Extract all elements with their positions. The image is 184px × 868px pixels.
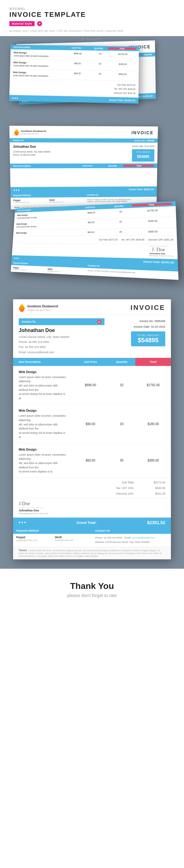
mock-invoice-2: Invstions Destavernt slogan will goes he… [9,126,158,210]
terms-bar: Terms Lorem dolor sit amet, consectetur … [13,547,171,559]
row2-name: Web Design [19,408,67,413]
grand-total-bar: Grand Total: $2351.52 [13,518,171,528]
company-sub: slogan will goes here [27,309,58,311]
row2-qty: 03 [108,407,136,441]
minimal-label: Minimal [9,7,175,10]
row2-total: $180.00 [135,407,171,441]
table-header: Item Description Unit Price Quantity Tot… [13,358,171,366]
signature-title: Managing director and ceo [19,512,48,515]
thank-you-section: Thank You please don't forget to rate [0,569,184,611]
bottom-bars: Payment Method Paypal paypal@email.com S… [13,528,171,547]
contact-email: youmail@email.com [132,536,155,539]
paypal-email: paypal@email.com [16,539,51,541]
detailed-invoice: Invstions Destavernt slogan will goes he… [13,299,171,559]
dot-icon [22,522,23,523]
row1-price: $896.00 [73,368,108,402]
total-badge: TOTAL AMOUNT $54895 [131,331,165,346]
row1-desc: Web Design Lorem ipsum dolor sit amet, c… [13,368,73,402]
invoice-to-bar: Invoice To × [19,318,104,325]
row3-name: Web Design [19,447,67,452]
th-unit-price: Unit Price [73,358,108,366]
invoice-no-row: Invoice No: #585456 [108,318,165,324]
row2-desc: Web Design Lorem ipsum dolor sit amet, c… [13,407,73,441]
payment-content: Paypal paypal@email.com Skrill skrill@em… [13,534,92,544]
badges-row: Material Style ✦ [9,21,175,26]
th-quantity: Quantity [108,358,136,366]
terms-text: Lorem dolor sit amet, consectetur adipis… [19,549,161,557]
preview-section-3: Item Description Unit Price Quantity Tot… [0,199,184,290]
mock-invoice-front: Item Description Unit Price Quantity Tot… [9,45,139,104]
row1-total: $1792.00 [135,368,171,402]
terms-label: Terms [19,549,27,552]
company-name: Invstions Destavernt [27,304,58,309]
page-title: INVOICE TEMPLATE [9,10,175,19]
logo-area: Invstions Destavernt slogan will goes he… [19,304,58,312]
preview-section-1: Invstions Destavernt slogan will goes he… [0,36,184,120]
thank-you-subtext: please don't forget to rate [9,593,175,598]
skrill-name: Skrill [55,536,89,539]
row3-price: $60.00 [73,446,108,475]
preview-section-2: Invstions Destavernt slogan will goes he… [0,120,184,199]
subtotal-values: $2272.00 $340.80 $261.28 [140,479,165,496]
th-total: Total [135,358,171,366]
table-row: Web Design Lorem ipsum dolor sit amet, c… [13,366,171,405]
invoice-date: 31-02-2015 [151,325,165,328]
invoice-header: Invstions Destavernt slogan will goes he… [13,299,171,315]
payment-header: Payment Method [13,528,92,534]
invoice-to-section: Invoice To × Johnathan Doe 12345 Avenue … [19,318,104,355]
paypal-item: Paypal paypal@email.com [16,536,51,541]
subtotal-row: Sub Total: Tax: VAT 15%: Discount 10%: $… [13,478,171,498]
invoice-date-label: Invoice Date: [134,325,150,328]
signature-area: J.Doe Johnathan Doe Managing director an… [19,501,48,515]
client-name: Johnathan Doe [19,328,104,333]
contact-header: Contact Us [92,528,171,534]
row1-name: Web Design [19,370,67,375]
table-row: Web Design Lorem ipsum dolor sit amet, c… [13,405,171,443]
total-amount: $54895 [135,337,161,344]
row2-price: $90.00 [73,407,108,441]
contact-col: Contact Us Phone: 44 555 414 6591 Email:… [92,528,171,547]
skrill-item: Skrill skrill@email.com [55,536,89,541]
invoice-info-row: Invoice To × Johnathan Doe 12345 Avenue … [13,315,171,358]
dot-icon [24,522,26,523]
row1-qty: 02 [108,368,136,402]
badge-material: Material Style [9,21,35,26]
dot-icon [19,522,20,523]
signature-name: Johnathan Doe [19,509,39,512]
grand-total-dots [19,522,26,523]
paypal-name: Paypal [16,536,51,539]
invoice-to-label: Invoice To [22,320,35,323]
grand-total-label: Grand Total: [76,521,97,525]
invoice-table: Item Description Unit Price Quantity Tot… [13,358,171,478]
row3-desc: Web Design Lorem ipsum dolor sit amet, c… [13,446,73,475]
flame-icon [19,304,25,312]
row3-total: $300.00 [135,446,171,475]
invoice-meta-section: Invoice No: #585456 Invoice Date: 31-02-… [108,318,165,355]
subtotal-labels: Sub Total: Tax: VAT 15%: Discount 10%: [116,479,140,496]
grand-total-amount: $2351.52 [147,520,165,525]
row3-qty: 05 [108,446,136,475]
top-header: Minimal INVOICE TEMPLATE Material Style … [0,0,184,36]
payment-col: Payment Method Paypal paypal@email.com S… [13,528,92,547]
tagline: a4 paper size | cmyk and rgb color | 300… [9,29,175,32]
invoice-date-row: Invoice Date: 31-02-2015 [108,324,165,330]
table-row: Web Design Lorem ipsum dolor sit amet, c… [13,443,171,478]
badge-circle-icon: ✦ [37,21,42,26]
contact-content: Phone: 44 555 414 6591 Email: youmail@em… [92,534,171,547]
invoice-title: INVOICE [131,304,165,312]
invoice-no-label: Invoice No: [139,319,153,323]
mock-invoice-3: Item Description Unit Price Quantity Tot… [10,201,178,280]
detailed-invoice-section: Invstions Destavernt slogan will goes he… [0,290,184,569]
invoice-no: #585456 [154,319,165,323]
th-description: Item Description [13,358,73,366]
signature-row: J.Doe Johnathan Doe Managing director an… [13,498,171,518]
thank-you-heading: Thank You [9,581,175,591]
close-icon[interactable]: × [97,319,101,324]
client-address: 12345 Avenue Street, City, State 000000 … [19,335,104,355]
signature-image: J.Doe [19,501,44,508]
total-label: TOTAL AMOUNT [135,334,161,337]
skrill-email: skrill@email.com [55,539,89,541]
